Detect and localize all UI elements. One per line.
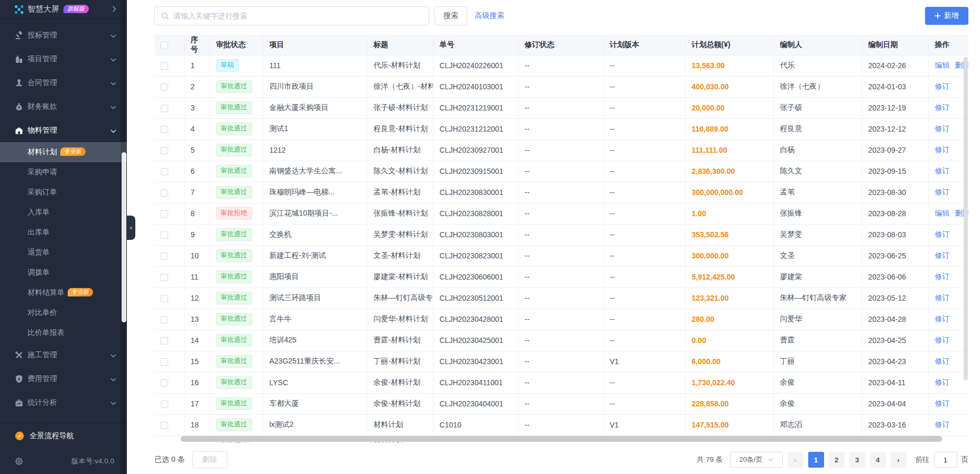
prev-page-button[interactable]: ‹ [788, 452, 803, 468]
title-cell: 白杨-材料计划 [367, 140, 433, 161]
row-checkbox[interactable] [161, 274, 168, 281]
row-checkbox[interactable] [161, 189, 168, 197]
col-header-version: 计划版本 [603, 35, 685, 55]
page-size-select[interactable]: 20条/页 [730, 452, 783, 468]
next-page-button[interactable]: › [891, 452, 907, 468]
sidebar-item-material[interactable]: 物料管理 [0, 118, 127, 142]
row-checkbox[interactable] [161, 379, 168, 387]
row-checkbox[interactable] [161, 105, 168, 112]
table-horizontal-scrollbar[interactable] [181, 436, 942, 442]
sidebar-scrollbar-thumb[interactable] [122, 152, 126, 322]
row-action-link[interactable]: 修订 [935, 166, 950, 175]
sidebar-item-finance[interactable]: ¥ 财务账款 [0, 95, 127, 118]
row-action-link[interactable]: 修订 [935, 399, 950, 407]
row-checkbox[interactable] [161, 401, 168, 408]
amount-cell: 0.00 [685, 330, 773, 351]
sidebar-item-label: 财务账款 [27, 102, 57, 111]
sidebar-subitem[interactable]: 入库单 [0, 202, 127, 222]
row-checkbox[interactable] [161, 337, 168, 345]
chevron-down-icon [110, 79, 116, 87]
page-number-button[interactable]: 3 [849, 452, 865, 468]
row-action-link[interactable]: 修订 [935, 420, 950, 429]
sidebar-subitem[interactable]: 对比单价 [0, 303, 127, 323]
chevron-down-icon [110, 31, 116, 40]
row-checkbox[interactable] [161, 147, 168, 154]
row-action-link[interactable]: 修订 [935, 188, 950, 196]
row-actions-cell: 修订 [928, 330, 968, 351]
status-badge: 审批通过 [216, 419, 252, 431]
row-checkbox[interactable] [161, 422, 168, 429]
row-action-link[interactable]: 修订 [935, 314, 950, 323]
row-checkbox[interactable] [161, 210, 168, 218]
row-actions-cell: 修订 [928, 224, 968, 245]
row-action-link[interactable]: 修订 [935, 272, 950, 281]
row-select-cell [154, 118, 184, 140]
sidebar-subitem[interactable]: 采购订单 [0, 182, 127, 202]
row-action-link[interactable]: 编辑 [935, 61, 950, 69]
creator-cell: 程良意 [773, 118, 862, 140]
row-checkbox[interactable] [161, 83, 168, 91]
sidebar-item-bidding[interactable]: 投标管理 [0, 23, 127, 47]
status-badge: 审批通过 [216, 165, 252, 178]
row-checkbox[interactable] [161, 62, 168, 70]
col-header-date: 编制日期 [862, 35, 928, 55]
row-action-link[interactable]: 编辑 [935, 209, 950, 217]
row-no-cell: 11 [184, 266, 209, 287]
row-checkbox[interactable] [161, 231, 168, 239]
advanced-search-link[interactable]: 高级搜索 [475, 11, 504, 21]
sidebar-item-contract[interactable]: 合同管理 [0, 71, 127, 95]
page-number-button[interactable]: 4 [870, 452, 886, 468]
row-action-link[interactable]: 修订 [935, 251, 950, 259]
sidebar-subitem[interactable]: 调拨单 [0, 263, 127, 283]
row-action-link[interactable]: 修订 [935, 336, 950, 344]
row-checkbox[interactable] [161, 126, 168, 133]
page-number-button[interactable]: 2 [829, 452, 845, 468]
sidebar-subitem[interactable]: 材料计划 专业版 [0, 142, 127, 162]
search-button[interactable]: 搜索 [434, 6, 467, 25]
sidebar-collapse-handle[interactable]: ‹ [127, 216, 135, 240]
row-checkbox[interactable] [161, 316, 168, 323]
row-checkbox[interactable] [161, 358, 168, 366]
row-action-link[interactable]: 修订 [935, 103, 950, 111]
sidebar-item-smart-screen[interactable]: 智慧大屏 旗舰版 [0, 0, 127, 19]
add-button[interactable]: 新增 [925, 7, 968, 25]
page-number-button[interactable]: 1 [808, 452, 824, 468]
row-checkbox[interactable] [161, 295, 168, 302]
row-select-cell [154, 182, 184, 203]
chevron-down-icon [768, 458, 773, 461]
sidebar-subitem[interactable]: 材料结算单 专业版 [0, 283, 127, 303]
sidebar-item-construction[interactable]: 施工管理 [0, 343, 127, 367]
table-vertical-scrollbar[interactable] [964, 57, 968, 380]
row-actions-cell: 修订 [928, 393, 968, 414]
sidebar-item-project[interactable]: 项目管理 [0, 47, 127, 71]
date-cell: 2023-12-12 [862, 118, 928, 140]
row-select-cell [154, 76, 184, 97]
row-action-link[interactable]: 修订 [935, 378, 950, 386]
sidebar-subitem[interactable]: 退货单 [0, 243, 127, 263]
row-action-link[interactable]: 修订 [935, 357, 950, 365]
row-action-link[interactable]: 修订 [935, 293, 950, 302]
row-action-link[interactable]: 修订 [935, 145, 950, 154]
sidebar-subitem[interactable]: 出库单 [0, 222, 127, 243]
panorama-nav-link[interactable]: 全景流程导航 [0, 423, 127, 449]
gear-icon[interactable] [15, 457, 23, 466]
sidebar-item-statistics[interactable]: 统计分析 [0, 391, 127, 414]
row-action-link[interactable]: 修订 [935, 230, 950, 238]
row-checkbox[interactable] [161, 168, 168, 175]
status-badge: 审批通过 [216, 313, 252, 326]
project-cell: 南钢盛达大学生公寓... [263, 161, 367, 182]
goto-page-input[interactable] [934, 452, 957, 468]
sidebar-subitem[interactable]: 采购申请 [0, 162, 127, 182]
table-row: 1 草稿 111 代乐-材料计划 CLJH20240226001 -- -- 1… [154, 55, 968, 76]
select-all-checkbox[interactable] [161, 42, 168, 49]
title-cell: 徐洋（七夜）-材料... [367, 76, 433, 97]
row-action-link[interactable]: 修订 [935, 82, 950, 90]
row-checkbox[interactable] [161, 253, 168, 260]
sidebar-subitem[interactable]: 比价单报表 [0, 323, 127, 343]
plan-version-cell: -- [603, 182, 685, 203]
search-input[interactable] [173, 12, 422, 20]
amount-cell: 1.00 [685, 203, 773, 224]
delete-selected-button[interactable]: 删除 [192, 451, 227, 468]
sidebar-item-expense[interactable]: ¥ 费用管理 [0, 367, 127, 391]
row-action-link[interactable]: 修订 [935, 124, 950, 133]
